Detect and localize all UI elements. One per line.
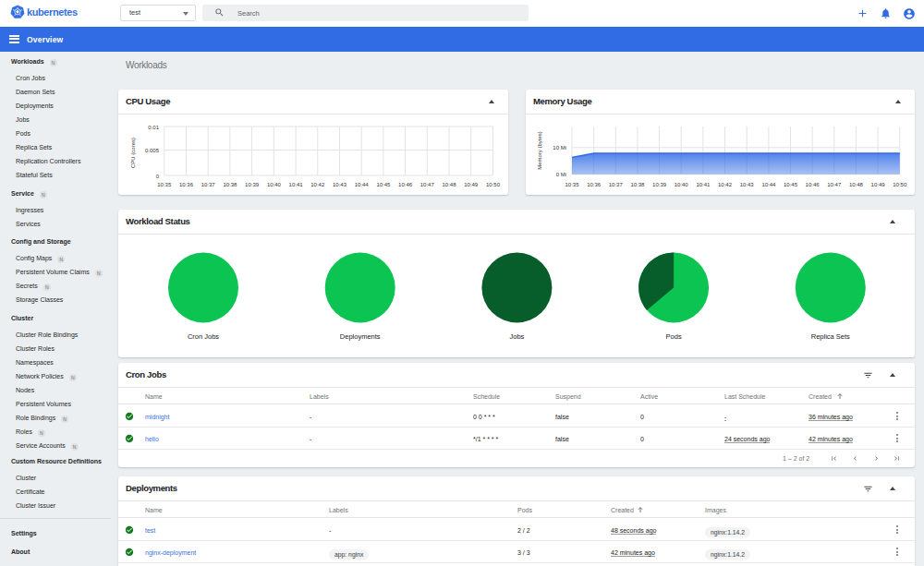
svg-text:10:37: 10:37 — [201, 182, 216, 187]
svg-text:10:35: 10:35 — [565, 182, 579, 187]
svg-text:10:43: 10:43 — [333, 182, 347, 187]
svg-text:Jobs: Jobs — [509, 332, 524, 341]
svg-text:0.01: 0.01 — [148, 125, 159, 130]
svg-text:10:49: 10:49 — [871, 182, 886, 187]
svg-text:10:39: 10:39 — [245, 182, 260, 187]
svg-text:10:42: 10:42 — [310, 182, 325, 187]
svg-text:10:40: 10:40 — [675, 182, 689, 187]
svg-text:CPU (cores): CPU (cores) — [130, 138, 136, 168]
svg-text:10 Mi: 10 Mi — [553, 145, 566, 151]
svg-text:Cron Jobs: Cron Jobs — [188, 332, 219, 341]
svg-text:10:46: 10:46 — [398, 182, 413, 187]
svg-text:10:39: 10:39 — [652, 182, 667, 187]
svg-text:Replica Sets: Replica Sets — [811, 332, 850, 341]
svg-text:10:48: 10:48 — [442, 182, 456, 187]
svg-text:10:42: 10:42 — [718, 182, 733, 187]
svg-text:10:36: 10:36 — [179, 182, 194, 187]
svg-text:10:45: 10:45 — [376, 182, 391, 187]
svg-text:10:47: 10:47 — [827, 182, 842, 187]
svg-text:10:38: 10:38 — [630, 182, 645, 187]
svg-text:10:50: 10:50 — [486, 182, 501, 187]
svg-text:10:40: 10:40 — [267, 182, 282, 187]
svg-text:10:44: 10:44 — [761, 182, 776, 187]
svg-text:Pods: Pods — [666, 332, 682, 341]
svg-text:0 Mi: 0 Mi — [556, 172, 566, 177]
svg-text:10:38: 10:38 — [223, 182, 237, 187]
svg-text:10:47: 10:47 — [420, 182, 435, 187]
svg-text:10:46: 10:46 — [806, 182, 821, 187]
svg-text:Deployments: Deployments — [340, 332, 381, 341]
svg-text:10:41: 10:41 — [696, 182, 711, 187]
svg-text:0.005: 0.005 — [145, 148, 160, 153]
svg-text:10:35: 10:35 — [157, 182, 172, 187]
svg-text:10:41: 10:41 — [289, 182, 304, 187]
svg-text:10:45: 10:45 — [784, 182, 798, 187]
svg-text:Memory (bytes): Memory (bytes) — [537, 131, 542, 170]
svg-text:10:44: 10:44 — [355, 182, 370, 187]
svg-text:10:50: 10:50 — [893, 182, 907, 187]
svg-text:10:49: 10:49 — [464, 182, 479, 187]
svg-text:10:43: 10:43 — [740, 182, 755, 187]
svg-text:0: 0 — [156, 174, 160, 179]
svg-text:10:48: 10:48 — [849, 182, 864, 187]
svg-text:10:36: 10:36 — [587, 182, 602, 187]
svg-text:10:37: 10:37 — [609, 182, 624, 187]
